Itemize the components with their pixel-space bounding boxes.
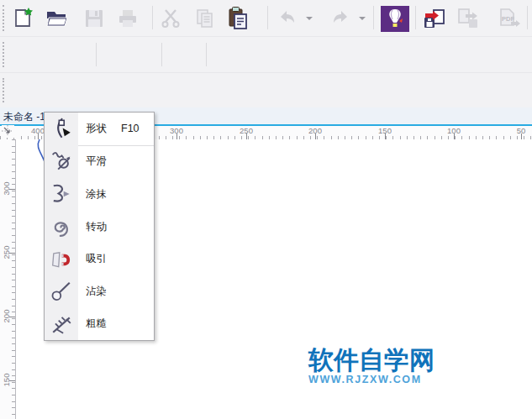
smudge-icon: [45, 280, 78, 302]
undo-button: [275, 7, 300, 30]
open-button[interactable]: [44, 6, 71, 31]
attract-icon: [45, 249, 78, 270]
ruler-origin[interactable]: [2, 125, 14, 138]
import-button[interactable]: [420, 6, 449, 31]
publish-pdf-icon: PDF: [496, 7, 521, 30]
separator: [152, 6, 153, 29]
undo-icon: [277, 8, 298, 29]
flyout-item-shape[interactable]: 形状 F10: [45, 113, 154, 145]
property-bar: [0, 37, 532, 73]
redo-button: [328, 7, 353, 30]
separator: [527, 6, 528, 29]
flyout-item-label: 形状: [86, 122, 121, 136]
watermark-url: WWW.RJZXW.COM: [308, 374, 435, 385]
flyout-item-label: 涂抹: [86, 187, 121, 202]
import-icon: [422, 7, 447, 30]
export-icon: [456, 7, 481, 30]
flyout-item-label: 转动: [86, 220, 121, 234]
undo-dropdown-icon[interactable]: [306, 17, 313, 20]
open-folder-icon: [45, 7, 70, 30]
toolbar-grip[interactable]: [3, 78, 6, 102]
vertical-ruler[interactable]: 300 250 200 150: [0, 139, 16, 419]
new-document-icon: [11, 6, 34, 29]
corel-launcher-button[interactable]: [380, 5, 410, 32]
flyout-item-twirl[interactable]: 转动: [45, 211, 154, 244]
twirl-icon: [45, 216, 78, 238]
save-icon: [83, 8, 105, 29]
flyout-item-smooth[interactable]: 平滑: [45, 146, 154, 179]
flyout-item-label: 平滑: [86, 155, 121, 169]
copy-icon: [194, 8, 216, 29]
flyout-item-smudge[interactable]: 沾染: [45, 275, 154, 308]
standard-toolbar: PDF: [0, 0, 532, 37]
shape-icon: [45, 117, 78, 140]
toolbar-grip[interactable]: [3, 5, 6, 31]
toolbar-grip[interactable]: [3, 42, 6, 67]
separator: [415, 6, 416, 29]
document-tab[interactable]: 未命名 -1: [3, 110, 45, 124]
flyout-item-shortcut: F10: [121, 123, 140, 134]
export-button: [454, 6, 482, 31]
flyout-item-roughen[interactable]: 粗糙: [45, 307, 154, 340]
corel-launcher-icon: [381, 6, 409, 32]
toolbox: 字: [0, 73, 532, 107]
redo-dropdown-icon[interactable]: [359, 17, 366, 20]
flyout-item-label: 吸引: [86, 252, 121, 266]
separator: [206, 43, 207, 66]
flyout-item-attract[interactable]: 吸引: [45, 243, 154, 275]
paste-button[interactable]: [223, 4, 253, 33]
paste-icon: [224, 5, 251, 32]
separator: [267, 6, 268, 29]
separator: [161, 43, 162, 66]
svg-text:PDF: PDF: [502, 15, 514, 23]
flyout-item-smear[interactable]: 涂抹: [45, 178, 154, 211]
shape-tool-flyout-menu: 形状 F10 平滑 涂抹 转: [44, 112, 155, 341]
print-button: [115, 7, 140, 30]
roughen-icon: [45, 313, 78, 335]
separator: [373, 6, 374, 29]
watermark: 软件自学网 WWW.RJZXW.COM: [308, 346, 435, 385]
cut-button: [159, 7, 184, 30]
smear-icon: [45, 183, 78, 205]
ruler-origin-icon: [2, 125, 13, 137]
smooth-icon: [45, 151, 78, 173]
print-icon: [117, 8, 139, 29]
flyout-item-label: 粗糙: [86, 317, 121, 331]
new-document-button[interactable]: [10, 5, 35, 30]
cut-icon: [161, 8, 182, 29]
watermark-title: 软件自学网: [308, 346, 435, 374]
publish-pdf-button: PDF: [494, 6, 523, 31]
save-button: [82, 7, 107, 30]
flyout-item-label: 沾染: [86, 285, 121, 299]
copy-button: [192, 7, 218, 30]
separator: [96, 43, 97, 66]
redo-icon: [329, 8, 351, 29]
